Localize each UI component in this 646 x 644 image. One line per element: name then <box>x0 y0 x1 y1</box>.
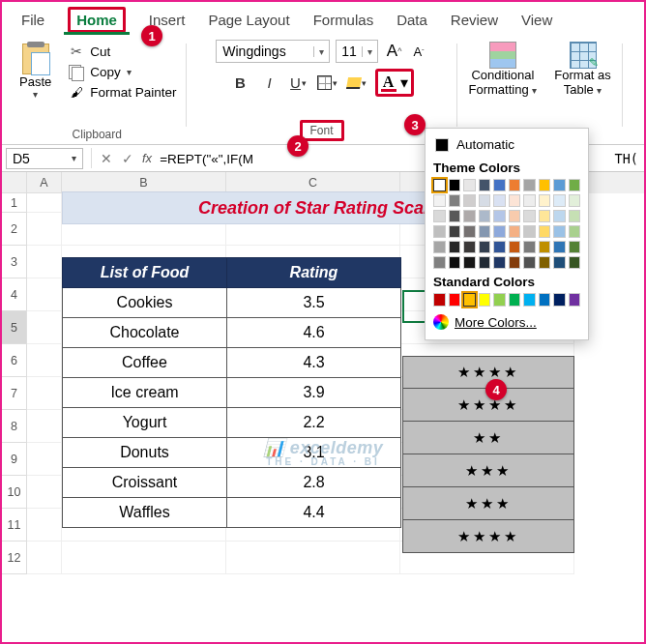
data-table[interactable]: List of Food Rating Cookies3.5Chocolate4… <box>62 257 401 528</box>
color-swatch[interactable] <box>523 225 536 238</box>
border-button[interactable]: ▾ <box>317 73 338 94</box>
chevron-down-icon[interactable]: ▾ <box>72 153 76 163</box>
enter-formula-button[interactable]: ✓ <box>117 151 138 166</box>
color-swatch[interactable] <box>433 194 446 207</box>
table-row[interactable]: Croissant2.8 <box>63 468 401 498</box>
color-swatch[interactable] <box>433 179 446 191</box>
col-header-c[interactable]: C <box>226 172 400 193</box>
color-swatch[interactable] <box>569 256 581 269</box>
fill-color-button[interactable]: ▾ <box>346 73 367 94</box>
color-swatch[interactable] <box>553 241 566 253</box>
tab-view[interactable]: View <box>510 6 564 34</box>
color-swatch[interactable] <box>479 293 491 307</box>
color-swatch[interactable] <box>523 256 536 269</box>
row-header-11[interactable]: 11 <box>2 509 27 542</box>
color-swatch[interactable] <box>539 293 551 307</box>
col-header-a[interactable]: A <box>27 172 62 193</box>
color-swatch[interactable] <box>449 194 461 207</box>
color-swatch[interactable] <box>493 179 506 191</box>
paste-caret-icon[interactable]: ▾ <box>33 89 38 100</box>
fx-icon[interactable]: fx <box>142 151 152 165</box>
color-swatch[interactable] <box>463 241 476 253</box>
automatic-color-item[interactable]: Automatic <box>433 134 580 155</box>
color-swatch[interactable] <box>523 210 536 222</box>
row-header-5[interactable]: 5 <box>2 311 27 344</box>
color-swatch[interactable] <box>509 179 521 191</box>
color-swatch[interactable] <box>449 210 461 222</box>
conditional-formatting-button[interactable]: Conditional Formatting ▾ <box>465 40 542 100</box>
table-row[interactable]: Waffles4.4 <box>63 498 401 528</box>
cell-rating[interactable]: 4.4 <box>227 498 401 528</box>
table-row[interactable]: Donuts3.1 <box>63 438 401 468</box>
color-swatch[interactable] <box>553 256 566 269</box>
tab-review[interactable]: Review <box>439 6 510 34</box>
color-swatch[interactable] <box>509 256 521 269</box>
cell-stars[interactable]: ★★★ <box>402 454 574 487</box>
color-swatch[interactable] <box>433 210 446 222</box>
color-swatch[interactable] <box>553 210 566 222</box>
cell-stars[interactable]: ★★ <box>402 422 574 454</box>
select-all-corner[interactable] <box>2 172 27 193</box>
color-swatch[interactable] <box>449 179 461 191</box>
color-swatch[interactable] <box>509 225 521 238</box>
more-colors-item[interactable]: More Colors... <box>433 314 580 330</box>
tab-formulas[interactable]: Formulas <box>302 6 386 34</box>
color-swatch[interactable] <box>509 293 521 307</box>
tab-page-layout[interactable]: Page Layout <box>196 6 301 34</box>
row-header-12[interactable]: 12 <box>2 542 27 574</box>
table-row[interactable]: Coffee4.3 <box>63 348 401 378</box>
row-header-9[interactable]: 9 <box>2 443 27 476</box>
color-swatch[interactable] <box>479 210 491 222</box>
chevron-down-icon[interactable]: ▾ <box>362 46 377 57</box>
color-swatch[interactable] <box>569 210 581 222</box>
cell-rating[interactable]: 3.1 <box>227 438 401 468</box>
color-swatch[interactable] <box>553 293 566 307</box>
cell-food[interactable]: Cookies <box>63 288 227 318</box>
table-row[interactable]: Cookies3.5 <box>63 288 401 318</box>
row-header-6[interactable]: 6 <box>2 344 27 377</box>
color-swatch[interactable] <box>463 293 476 307</box>
chevron-down-icon[interactable]: ▾ <box>313 46 329 57</box>
color-swatch[interactable] <box>553 194 566 207</box>
row-header-10[interactable]: 10 <box>2 476 27 509</box>
header-list-of-food[interactable]: List of Food <box>63 258 227 288</box>
color-swatch[interactable] <box>493 256 506 269</box>
table-row[interactable]: Yogurt2.2 <box>63 408 401 438</box>
color-swatch[interactable] <box>523 293 536 307</box>
name-box[interactable]: D5▾ <box>6 148 83 169</box>
color-swatch[interactable] <box>493 225 506 238</box>
color-swatch[interactable] <box>539 194 551 207</box>
cell-food[interactable]: Chocolate <box>63 318 227 348</box>
cell-rating[interactable]: 3.9 <box>227 378 401 408</box>
color-swatch[interactable] <box>479 194 491 207</box>
color-swatch[interactable] <box>523 241 536 253</box>
format-painter-button[interactable]: Format Painter <box>67 83 178 101</box>
cell-food[interactable]: Waffles <box>63 498 227 528</box>
color-swatch[interactable] <box>479 241 491 253</box>
font-color-button[interactable]: A ▾ <box>375 69 414 97</box>
row-header-2[interactable]: 2 <box>2 213 27 246</box>
color-swatch[interactable] <box>463 225 476 238</box>
cell-food[interactable]: Ice cream <box>63 378 227 408</box>
color-swatch[interactable] <box>493 194 506 207</box>
color-swatch[interactable] <box>479 225 491 238</box>
cell-stars[interactable]: ★★★★ <box>402 520 574 553</box>
cell-food[interactable]: Donuts <box>63 438 227 468</box>
row-header-1[interactable]: 1 <box>2 193 27 213</box>
color-swatch[interactable] <box>449 293 461 307</box>
cell-rating[interactable]: 4.3 <box>227 348 401 378</box>
color-swatch[interactable] <box>569 225 581 238</box>
color-swatch[interactable] <box>553 225 566 238</box>
increase-font-button[interactable]: A^ <box>384 42 405 61</box>
table-row[interactable]: Ice cream3.9 <box>63 378 401 408</box>
row-header-8[interactable]: 8 <box>2 410 27 443</box>
color-swatch[interactable] <box>433 256 446 269</box>
color-swatch[interactable] <box>493 210 506 222</box>
italic-button[interactable]: I <box>259 73 280 94</box>
tab-file[interactable]: File <box>10 6 56 34</box>
bold-button[interactable]: B <box>230 73 251 94</box>
color-swatch[interactable] <box>509 210 521 222</box>
font-name-combo[interactable]: Wingdings▾ <box>216 40 330 63</box>
cancel-formula-button[interactable]: ✕ <box>96 151 117 166</box>
cell-rating[interactable]: 2.8 <box>227 468 401 498</box>
